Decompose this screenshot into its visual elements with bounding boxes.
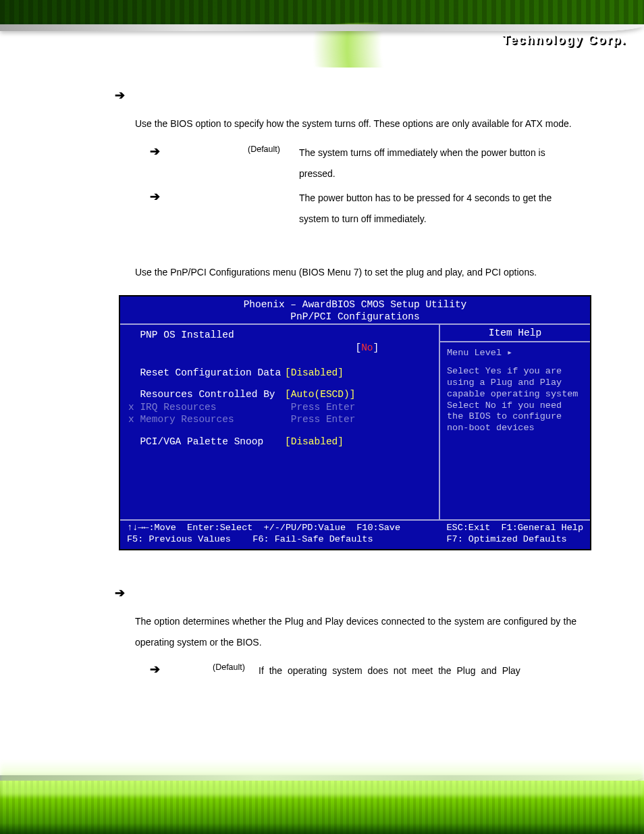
bios-footer: ↑↓→←:Move Enter:Select +/-/PU/PD:Value F… xyxy=(120,519,590,549)
bios-screenshot: Phoenix – AwardBIOS CMOS Setup Utility P… xyxy=(119,295,591,550)
arrow-right-icon: ➔ xyxy=(115,88,125,103)
default-label: (Default) xyxy=(213,662,245,672)
bios-menu-level: Menu Level ▸ xyxy=(447,348,583,359)
bios-row-memory: x Memory Resources Press Enter xyxy=(128,413,432,426)
decor-darkedge xyxy=(0,823,644,834)
section-pnp-os: ➔ The option determines whether the Plug… xyxy=(115,585,576,681)
bios-help-title: Item Help xyxy=(440,325,590,342)
default-label: (Default) xyxy=(248,145,280,154)
registered-mark: ® xyxy=(489,30,495,39)
option-row-no: ➔ (Default) If the operating system does… xyxy=(150,660,576,681)
option-row-instant-off: ➔ (Default) The system turns off immedia… xyxy=(150,142,576,184)
page-content: ➔ Use the BIOS option to specify how the… xyxy=(0,68,644,681)
brand-logo-icon xyxy=(468,31,483,49)
bios-row-pnp-os: PNP OS Installed [No] xyxy=(128,329,432,367)
bios-title: Phoenix – AwardBIOS CMOS Setup Utility P… xyxy=(120,296,590,325)
bios-right-pane: Item Help Menu Level ▸ Select Yes if you… xyxy=(440,325,590,519)
bios-left-pane: PNP OS Installed [No] Reset Configuratio… xyxy=(120,325,440,519)
arrow-right-icon: ➔ xyxy=(150,662,160,677)
bios-row-irq: x IRQ Resources Press Enter xyxy=(128,401,432,414)
bios-title-line2: PnP/PCI Configurations xyxy=(120,311,590,323)
section-heading-power-button: ➔ xyxy=(115,88,576,103)
arrow-right-icon: ➔ xyxy=(150,144,160,159)
brand-name: Technology Corp. xyxy=(502,33,626,47)
bios-help-body: Menu Level ▸ Select Yes if you are using… xyxy=(440,342,590,440)
bios-footer-left: ↑↓→←:Move Enter:Select +/-/PU/PD:Value F… xyxy=(127,523,400,546)
bottom-banner xyxy=(0,756,644,834)
top-banner: ® Technology Corp. xyxy=(0,0,644,68)
power-button-intro: Use the BIOS option to specify how the s… xyxy=(135,113,576,134)
bios-row-spacer xyxy=(128,379,432,388)
bios-help-text: Select Yes if you are using a Plug and P… xyxy=(447,366,583,434)
option-desc: The system turns off immediately when th… xyxy=(295,142,576,184)
option-desc: If the operating system does not meet th… xyxy=(254,660,576,681)
bios-row-reset-config: Reset Configuration Data [Disabled] xyxy=(128,367,432,380)
bios-row-resources: Resources Controlled By [Auto(ESCD)] xyxy=(128,388,432,401)
section-heading-pnp-os: ➔ xyxy=(115,585,576,600)
bios-footer-right: ESC:Exit F1:General Help F7: Optimized D… xyxy=(446,523,583,546)
bios-title-line1: Phoenix – AwardBIOS CMOS Setup Utility xyxy=(120,298,590,311)
arrow-right-icon: ➔ xyxy=(115,585,125,600)
bios-body: PNP OS Installed [No] Reset Configuratio… xyxy=(120,325,590,519)
arrow-right-icon: ➔ xyxy=(150,189,160,204)
pnp-menu-intro: Use the PnP/PCI Configurations menu (BIO… xyxy=(135,262,576,283)
pnp-os-intro: The option determines whether the Plug a… xyxy=(135,611,576,653)
option-desc: The power button has to be pressed for 4… xyxy=(295,188,576,230)
option-row-delay-4sec: ➔ The power button has to be pressed for… xyxy=(150,188,576,230)
brand: ® Technology Corp. xyxy=(468,31,626,49)
bios-row-palette-snoop: PCI/VGA Palette Snoop [Disabled] xyxy=(128,436,432,448)
bios-row-spacer xyxy=(128,426,432,436)
